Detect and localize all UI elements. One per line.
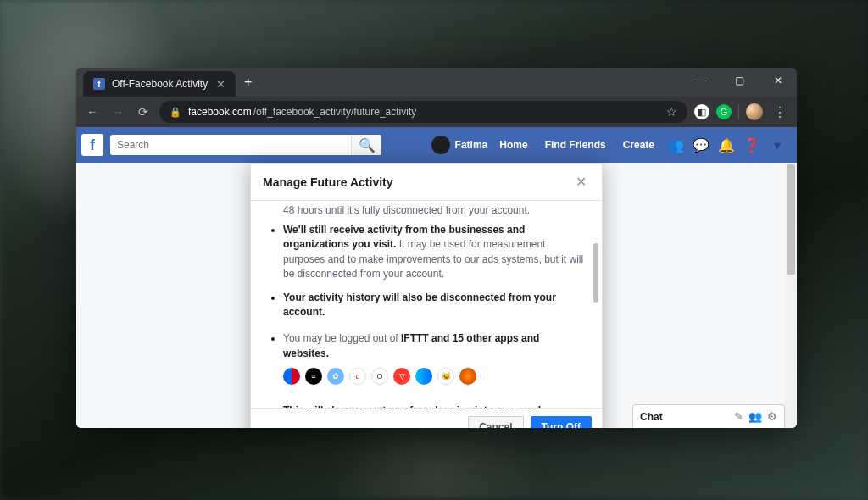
fb-favicon-icon: f [93, 78, 105, 90]
app-icon: ▽ [393, 368, 410, 385]
browser-toolbar: ← → ⟳ 🔒 facebook.com /off_facebook_activ… [76, 97, 797, 127]
nav-back-button[interactable]: ← [83, 105, 102, 119]
app-icon: ≡ [305, 368, 322, 385]
cancel-button[interactable]: Cancel [468, 416, 523, 428]
browser-window: f Off-Facebook Activity ✕ + — ▢ ✕ ← → ⟳ … [76, 68, 797, 428]
fb-body: Manage Future Activity ✕ 48 hours until … [76, 163, 797, 428]
fb-profile-name: Fatima [455, 139, 488, 151]
fb-nav-find-friends[interactable]: Find Friends [540, 139, 611, 151]
manage-future-activity-modal: Manage Future Activity ✕ 48 hours until … [250, 163, 603, 428]
window-controls: — ▢ ✕ [682, 68, 797, 93]
modal-footer: Cancel Turn Off [251, 408, 602, 428]
fb-profile-link[interactable]: Fatima [431, 136, 488, 154]
fb-search-input[interactable] [117, 139, 351, 151]
browser-menu-button[interactable]: ⋮ [770, 104, 790, 120]
fb-nav-home[interactable]: Home [494, 139, 532, 151]
window-minimize-button[interactable]: — [682, 68, 721, 93]
tab-title: Off-Facebook Activity [112, 78, 208, 90]
modal-fragment-top: 48 hours until it's fully disconnected f… [283, 204, 585, 216]
window-close-button[interactable]: ✕ [759, 68, 797, 93]
modal-bullet-3: You may be logged out of IFTTT and 15 ot… [283, 331, 585, 385]
turn-off-button[interactable]: Turn Off [531, 416, 592, 428]
app-icons-row: ≡✿dO▽🐱 [283, 368, 585, 385]
friend-requests-icon[interactable]: 👥 [666, 137, 685, 153]
app-icon: 🐱 [437, 368, 454, 385]
modal-header: Manage Future Activity ✕ [251, 164, 602, 201]
browser-titlebar: f Off-Facebook Activity ✕ + — ▢ ✕ [76, 68, 797, 97]
bookmark-star-icon[interactable]: ☆ [666, 105, 677, 119]
page-scroll-thumb[interactable] [787, 164, 795, 275]
fb-nav-create[interactable]: Create [618, 139, 659, 151]
app-icon [283, 368, 300, 385]
browser-tab-active[interactable]: f Off-Facebook Activity ✕ [83, 71, 236, 97]
fb-logo-icon[interactable]: f [81, 134, 103, 156]
chat-label: Chat [640, 411, 729, 423]
modal-bullet-1: We'll still receive activity from the bu… [283, 223, 585, 282]
chat-compose-icon[interactable]: ✎ [734, 410, 743, 423]
toolbar-separator [738, 104, 739, 119]
messages-icon[interactable]: 💬 [692, 137, 710, 153]
chat-dock[interactable]: Chat ✎ 👥 ⚙ [632, 404, 785, 428]
extension-icon-2[interactable]: G [716, 104, 732, 119]
modal-title: Manage Future Activity [263, 175, 393, 189]
chat-settings-icon[interactable]: ⚙ [767, 410, 777, 423]
url-path: /off_facebook_activity/future_activity [253, 106, 417, 118]
modal-scroll-thumb[interactable] [593, 243, 598, 303]
profile-avatar-icon[interactable] [746, 103, 763, 120]
app-icon: O [371, 368, 388, 385]
nav-reload-button[interactable]: ⟳ [134, 105, 153, 119]
fb-header: f 🔍 Fatima Home Find Friends Create 👥 💬 … [76, 127, 797, 163]
app-icon: d [349, 368, 366, 385]
modal-bullet-4: This will also prevent you from logging … [283, 403, 585, 408]
page-scrollbar[interactable] [785, 163, 797, 428]
modal-close-button[interactable]: ✕ [572, 172, 590, 192]
extension-icon-1[interactable]: ◧ [694, 104, 709, 119]
app-icon: ✿ [327, 368, 344, 385]
modal-scrollbar[interactable] [592, 201, 600, 408]
window-maximize-button[interactable]: ▢ [721, 68, 759, 93]
new-tab-button[interactable]: + [236, 75, 260, 90]
app-icon [459, 368, 476, 385]
modal-bullet-2: Your activity history will also be disco… [283, 291, 585, 320]
lock-icon: 🔒 [170, 107, 181, 118]
notifications-icon[interactable]: 🔔 [717, 137, 736, 153]
fb-profile-pic-icon [431, 136, 450, 154]
app-icon [415, 368, 432, 385]
url-host: facebook.com [188, 106, 252, 118]
tab-close-icon[interactable]: ✕ [216, 78, 225, 91]
search-icon[interactable]: 🔍 [351, 135, 381, 155]
modal-body[interactable]: 48 hours until it's fully disconnected f… [251, 201, 602, 408]
help-icon[interactable]: ❓ [743, 137, 761, 153]
address-bar[interactable]: 🔒 facebook.com /off_facebook_activity/fu… [159, 101, 687, 123]
page-content: f 🔍 Fatima Home Find Friends Create 👥 💬 … [76, 127, 797, 428]
chat-group-icon[interactable]: 👥 [748, 410, 762, 423]
nav-forward-button[interactable]: → [108, 105, 127, 119]
account-dropdown-icon[interactable]: ▾ [768, 137, 787, 153]
fb-search-box[interactable]: 🔍 [110, 135, 381, 155]
